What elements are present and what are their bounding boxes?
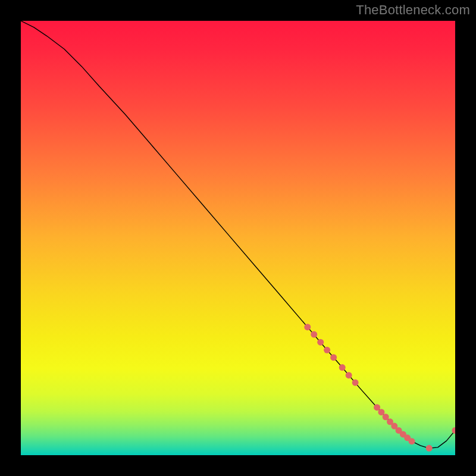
plot-area bbox=[21, 21, 455, 455]
data-point bbox=[409, 438, 415, 444]
watermark-text: TheBottleneck.com bbox=[356, 2, 470, 18]
chart-container: TheBottleneck.com bbox=[0, 0, 476, 476]
data-point bbox=[426, 445, 433, 452]
data-point bbox=[324, 347, 330, 353]
data-point bbox=[339, 364, 346, 371]
data-point bbox=[330, 354, 337, 361]
data-point bbox=[311, 331, 317, 338]
data-point bbox=[304, 324, 311, 330]
data-point bbox=[352, 380, 359, 386]
heatmap-background bbox=[21, 21, 455, 455]
data-point bbox=[346, 372, 352, 378]
data-point bbox=[317, 339, 324, 346]
chart-svg bbox=[21, 21, 455, 455]
